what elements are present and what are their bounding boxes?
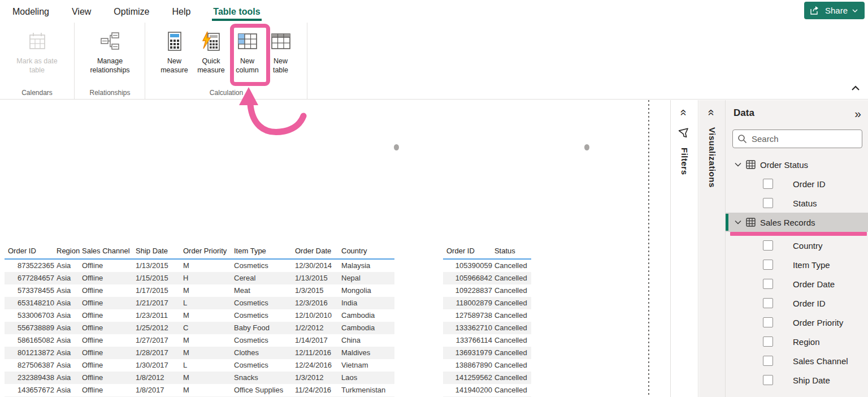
tree-field-status[interactable]: Status [726, 193, 868, 213]
report-canvas[interactable]: Order IDRegionSales ChannelShip DateOrde… [0, 100, 670, 397]
table-handle-dot[interactable] [394, 144, 399, 150]
table-cell: 143657672 [8, 384, 57, 396]
share-button[interactable]: Share [804, 2, 865, 19]
visualizations-pane-collapsed[interactable]: « Visualizations [699, 100, 726, 397]
table-row[interactable]: 127589738Cancelled [443, 309, 531, 322]
field-checkbox[interactable] [763, 179, 773, 189]
table-cell: 118002879 [446, 297, 494, 309]
tab-view[interactable]: View [71, 2, 92, 21]
expand-filters-icon[interactable]: « [679, 109, 690, 116]
table-row[interactable]: 556738889AsiaOffline1/25/2012CBaby Food1… [5, 322, 394, 334]
expand-visualizations-icon[interactable]: « [706, 109, 718, 116]
table-cell: Asia [57, 384, 82, 396]
table-cell: M [183, 309, 234, 322]
table-cell: Asia [57, 284, 82, 297]
table-cell: 12/24/2016 [295, 359, 341, 372]
table-cell: Offline [82, 272, 136, 284]
sales-records-table[interactable]: Order IDRegionSales ChannelShip DateOrde… [5, 243, 394, 397]
manage-relationships-button[interactable]: Manage relationships [84, 28, 136, 75]
tree-table-order-status[interactable]: Order Status [726, 155, 868, 174]
table-row[interactable]: 533006703AsiaOffline1/23/2011MCosmetics1… [5, 309, 394, 322]
field-checkbox[interactable] [763, 375, 773, 385]
new-column-button[interactable]: New column [231, 28, 264, 75]
table-row[interactable]: 141940200Cancelled [443, 384, 531, 396]
table-row[interactable]: 118002879Cancelled [443, 297, 531, 309]
table-row[interactable]: 801213872AsiaOffline1/28/2017MClothes12/… [5, 347, 394, 359]
table-cell: 12/30/2014 [295, 260, 341, 272]
table-cell: Cosmetics [234, 297, 295, 309]
tree-field-sales-channel[interactable]: Sales Channel [726, 351, 868, 370]
tree-table-sales-records[interactable]: Sales Records [726, 213, 868, 232]
column-header[interactable]: Sales Channel [82, 243, 136, 258]
tree-field-ship-date[interactable]: Ship Date [726, 370, 868, 390]
tree-field-region[interactable]: Region [726, 332, 868, 351]
tree-field-order-id[interactable]: Order ID [726, 174, 868, 193]
new-measure-button[interactable]: New measure [158, 28, 192, 75]
table-cell: Cancelled [494, 297, 531, 309]
table-row[interactable]: 133362710Cancelled [443, 322, 531, 334]
table-row[interactable]: 105390059Cancelled [443, 260, 531, 272]
column-header[interactable]: Order ID [446, 243, 494, 258]
quick-measure-button[interactable]: Quick measure [194, 28, 229, 75]
column-header[interactable]: Order ID [8, 243, 57, 258]
table-row[interactable]: 133766114Cancelled [443, 334, 531, 347]
table-row[interactable]: 109228837Cancelled [443, 284, 531, 297]
table-row[interactable]: 141259562Cancelled [443, 372, 531, 384]
field-checkbox[interactable] [763, 240, 773, 251]
column-header[interactable]: Item Type [234, 243, 295, 258]
button-label: New table [266, 57, 296, 75]
table-cell: 138867890 [446, 359, 494, 372]
table-row[interactable]: 232389438AsiaOffline1/8/2012MSnacks1/3/2… [5, 372, 394, 384]
tab-modeling[interactable]: Modeling [11, 2, 50, 21]
tab-table-tools[interactable]: Table tools [212, 2, 261, 21]
search-input[interactable] [752, 134, 853, 144]
table-row[interactable]: 138867890Cancelled [443, 359, 531, 372]
table-row[interactable]: 143657672AsiaOffline1/8/2017MOffice Supp… [5, 384, 394, 396]
column-header[interactable]: Country [341, 243, 391, 258]
table-cell: 141259562 [446, 372, 494, 384]
table-row[interactable]: 873522365AsiaOffline1/13/2015MCosmetics1… [5, 260, 394, 272]
field-checkbox[interactable] [763, 298, 773, 308]
table-cell: Cereal [234, 272, 295, 284]
field-checkbox[interactable] [763, 260, 773, 270]
tree-field-order-date[interactable]: Order Date [726, 274, 868, 294]
table-icon [746, 218, 756, 227]
table-handle-dot[interactable] [584, 144, 589, 150]
table-row[interactable]: 677284657AsiaOffline1/15/2015HCereal1/13… [5, 272, 394, 284]
table-cell: M [183, 284, 234, 297]
field-checkbox[interactable] [763, 317, 773, 327]
column-header[interactable]: Order Date [295, 243, 341, 258]
field-checkbox[interactable] [763, 336, 773, 347]
data-pane: Data » Order StatusOrder IDStatus Sales … [726, 100, 868, 397]
table-row[interactable]: 586165082AsiaOffline1/27/2017MCosmetics1… [5, 334, 394, 347]
field-checkbox[interactable] [763, 198, 773, 208]
tree-field-item-type[interactable]: Item Type [726, 255, 868, 274]
column-header[interactable]: Region [57, 243, 82, 258]
collapse-data-pane-icon[interactable]: » [854, 107, 861, 120]
tree-field-order-priority[interactable]: Order Priority [726, 313, 868, 332]
table-cell: Cancelled [494, 272, 531, 284]
column-header[interactable]: Status [494, 243, 531, 258]
table-row[interactable]: 827506387AsiaOffline1/30/2017LCosmetics1… [5, 359, 394, 372]
table-row[interactable]: 653148210AsiaOffline1/21/2017LCosmetics1… [5, 297, 394, 309]
table-cell: Cancelled [494, 347, 531, 359]
tree-field-country[interactable]: Country [726, 236, 868, 255]
tab-optimize[interactable]: Optimize [112, 2, 150, 21]
search-box[interactable] [732, 130, 862, 148]
tab-help[interactable]: Help [171, 2, 192, 21]
field-checkbox[interactable] [763, 356, 773, 366]
column-header[interactable]: Ship Date [136, 243, 183, 258]
new-table-button[interactable]: New table [266, 28, 296, 75]
order-status-table[interactable]: Order IDStatus 105390059Cancelled1059668… [443, 243, 531, 397]
table-row[interactable]: 105966842Cancelled [443, 272, 531, 284]
tree-field-order-id[interactable]: Order ID [726, 294, 868, 313]
field-checkbox[interactable] [763, 279, 773, 289]
filters-pane-collapsed[interactable]: « Filters [670, 100, 698, 397]
table-cell: 1/17/2015 [136, 284, 183, 297]
table-cell: Offline [82, 359, 136, 372]
table-row[interactable]: 573378455AsiaOffline1/17/2015MMeat1/3/20… [5, 284, 394, 297]
table-row[interactable]: 136931979Cancelled [443, 347, 531, 359]
mark-as-date-table-button[interactable]: Mark as date table [11, 28, 63, 75]
column-header[interactable]: Order Priority [183, 243, 234, 258]
collapse-ribbon-icon[interactable] [851, 83, 863, 93]
